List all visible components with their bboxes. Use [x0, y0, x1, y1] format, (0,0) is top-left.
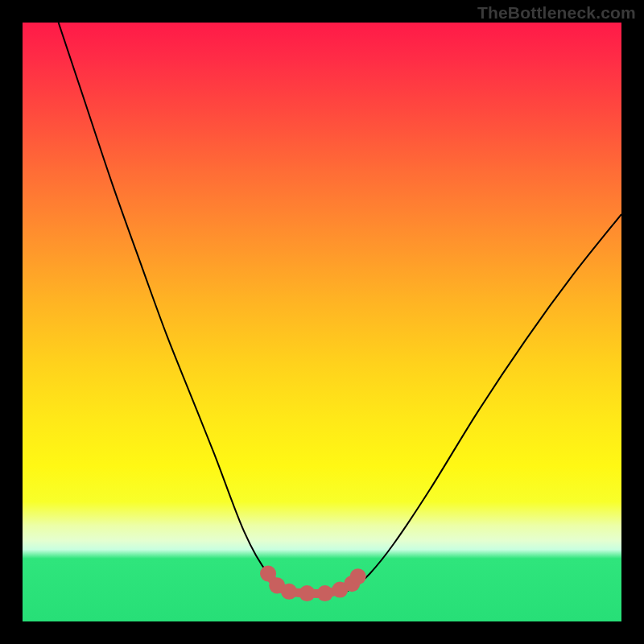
chart-frame: TheBottleneck.com	[0, 0, 644, 644]
watermark-text: TheBottleneck.com	[477, 3, 636, 23]
flat-region-dot	[317, 585, 333, 601]
bottleneck-curve	[59, 23, 621, 595]
flat-region-dot	[299, 585, 315, 601]
flat-region-dot	[281, 584, 297, 600]
curve-overlay	[23, 23, 621, 621]
plot-area	[23, 23, 621, 621]
flat-region-dot	[350, 568, 366, 584]
